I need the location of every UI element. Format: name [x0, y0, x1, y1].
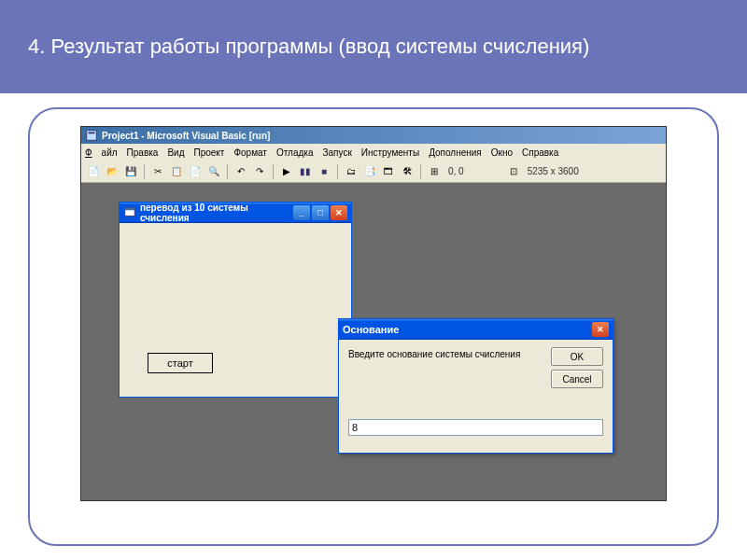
tb-redo-icon[interactable]: ↷ [251, 163, 268, 180]
tb-sep [337, 164, 338, 179]
ide-titlebar: Project1 - Microsoft Visual Basic [run] [81, 127, 666, 144]
svg-rect-1 [89, 133, 95, 134]
tb-size-icon: ⊡ [505, 163, 522, 180]
cancel-button-label: Cancel [562, 374, 591, 385]
tb-toolbox-icon[interactable]: 🛠 [399, 163, 416, 180]
ide-menubar[interactable]: ФФайлайл Правка Вид Проект Формат Отладк… [81, 144, 666, 161]
close-icon[interactable]: ✕ [331, 205, 347, 220]
tb-copy-icon[interactable]: 📋 [168, 163, 185, 180]
ide-toolbar: 📄 📂 💾 ✂ 📋 📄 🔍 ↶ ↷ ▶ ▮▮ ■ 🗂 📑 🗔 🛠 ⊞ 0, 0 [81, 161, 666, 183]
minimize-icon[interactable]: _ [293, 205, 310, 220]
tb-stop-icon[interactable]: ■ [316, 163, 332, 180]
menu-help[interactable]: Справка [522, 147, 558, 158]
tb-form-icon[interactable]: 🗔 [380, 163, 397, 180]
start-button[interactable]: старт [148, 353, 213, 373]
maximize-icon[interactable]: □ [312, 205, 329, 220]
tb-new-icon[interactable]: 📄 [85, 163, 102, 180]
tb-find-icon[interactable]: 🔍 [205, 163, 222, 180]
tb-size-text: 5235 x 3600 [528, 166, 579, 176]
tb-undo-icon[interactable]: ↶ [233, 163, 249, 180]
app-window: перевод из 10 системы счисления _ □ ✕ ст… [119, 202, 352, 398]
slide-content: Project1 - Microsoft Visual Basic [run] … [0, 93, 747, 560]
dialog-input[interactable] [348, 419, 603, 436]
menu-view[interactable]: Вид [167, 147, 184, 158]
tb-paste-icon[interactable]: 📄 [187, 163, 204, 180]
tb-run-icon[interactable]: ▶ [278, 163, 295, 180]
menu-format[interactable]: Формат [233, 147, 267, 158]
dialog-title-text: Основание [343, 324, 592, 335]
menu-window[interactable]: Окно [491, 147, 513, 158]
tb-sep [273, 164, 274, 179]
vb-ide-window: Project1 - Microsoft Visual Basic [run] … [80, 126, 667, 501]
app-body: старт [120, 223, 351, 397]
dialog-buttons: OK Cancel [551, 347, 603, 388]
menu-project[interactable]: Проект [193, 147, 224, 158]
menu-addins[interactable]: Дополнения [429, 147, 482, 158]
tb-sep [144, 164, 145, 179]
app-title-text: перевод из 10 системы счисления [140, 203, 293, 223]
dialog-close-icon[interactable]: ✕ [592, 322, 609, 337]
menu-run[interactable]: Запуск [322, 147, 351, 158]
tb-coords-icon: ⊞ [426, 163, 443, 180]
slide-header: 4. Результат работы программы (ввод сист… [0, 0, 747, 93]
svg-rect-0 [87, 131, 97, 141]
ide-title-text: Project1 - Microsoft Visual Basic [run] [102, 131, 270, 141]
app-titlebar: перевод из 10 системы счисления _ □ ✕ [120, 203, 351, 223]
tb-props-icon[interactable]: 📑 [361, 163, 378, 180]
ok-button[interactable]: OK [551, 347, 603, 366]
input-dialog: Основание ✕ Введите основание системы сч… [338, 318, 613, 454]
dialog-body: Введите основание системы счисления OK C… [339, 340, 613, 453]
start-button-label: старт [167, 357, 192, 369]
tb-save-icon[interactable]: 💾 [122, 163, 139, 180]
slide-title: 4. Результат работы программы (ввод сист… [28, 34, 589, 61]
ide-mdi-area: перевод из 10 системы счисления _ □ ✕ ст… [81, 183, 666, 500]
menu-edit[interactable]: Правка [127, 147, 159, 158]
tb-project-icon[interactable]: 🗂 [343, 163, 359, 180]
tb-sep [420, 164, 421, 179]
menu-debug[interactable]: Отладка [276, 147, 314, 158]
app-icon [123, 205, 136, 220]
app-window-buttons: _ □ ✕ [293, 205, 347, 220]
vb-app-icon [85, 129, 98, 142]
menu-tools[interactable]: Инструменты [361, 147, 419, 158]
dialog-titlebar: Основание ✕ [339, 319, 613, 340]
tb-open-icon[interactable]: 📂 [104, 163, 120, 180]
tb-cut-icon[interactable]: ✂ [149, 163, 166, 180]
tb-sep [227, 164, 228, 179]
menu-file[interactable]: ФФайлайл [85, 147, 118, 158]
tb-pause-icon[interactable]: ▮▮ [297, 163, 314, 180]
tb-coords-text: 0, 0 [448, 166, 464, 176]
ok-button-label: OK [571, 352, 584, 362]
svg-rect-3 [125, 208, 135, 211]
cancel-button[interactable]: Cancel [551, 370, 603, 388]
